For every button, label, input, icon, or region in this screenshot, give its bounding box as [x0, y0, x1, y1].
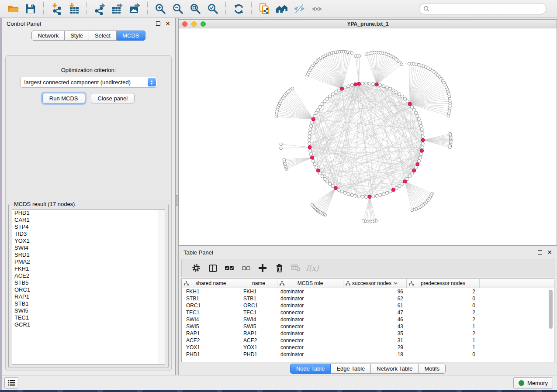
dominator-node[interactable]: [308, 145, 311, 149]
dominator-node[interactable]: [354, 83, 357, 86]
tab-network[interactable]: Network: [31, 31, 65, 41]
dominator-node[interactable]: [311, 117, 315, 121]
export-image-button[interactable]: [127, 1, 142, 16]
table-row[interactable]: RAP1RAP1dominator352: [182, 330, 554, 337]
dominator-node[interactable]: [340, 87, 344, 90]
export-network-button[interactable]: [92, 1, 107, 16]
refresh-layout-button[interactable]: [231, 1, 246, 16]
table-options-button[interactable]: [188, 261, 204, 275]
float-window-icon[interactable]: [156, 21, 160, 26]
zoom-out-button[interactable]: [170, 1, 186, 16]
table-row[interactable]: FKH1FKH1dominator962: [182, 288, 554, 295]
table-scrollbar[interactable]: [548, 288, 554, 361]
column-header-predecessor-nodes[interactable]: predecessor nodes: [407, 279, 480, 288]
unselect-all-button[interactable]: [238, 261, 254, 275]
mcds-result-item[interactable]: TID3: [12, 230, 165, 237]
dominator-node[interactable]: [316, 169, 320, 172]
task-history-button[interactable]: [4, 377, 18, 389]
import-table-button[interactable]: [66, 1, 82, 16]
search-input[interactable]: [430, 5, 542, 13]
import-network-button[interactable]: [48, 1, 64, 16]
mcds-result-item[interactable]: STB5: [12, 279, 165, 286]
save-session-button[interactable]: [23, 1, 38, 16]
mcds-result-item[interactable]: STP4: [12, 224, 165, 230]
tab-network-table[interactable]: Network Table: [371, 364, 419, 374]
duplicate-network-button[interactable]: [256, 1, 272, 16]
tab-node-table[interactable]: Node Table: [290, 364, 331, 374]
tab-mcds[interactable]: MCDS: [117, 31, 145, 41]
zoom-in-button[interactable]: [152, 1, 168, 16]
add-column-button[interactable]: [254, 261, 271, 275]
tab-select[interactable]: Select: [89, 31, 117, 41]
dominator-node[interactable]: [420, 149, 424, 152]
select-all-button[interactable]: [221, 261, 238, 275]
mcds-result-item[interactable]: SRD1: [12, 251, 165, 258]
dominator-node[interactable]: [421, 138, 425, 142]
criterion-dropdown[interactable]: largest connected component (undirected): [20, 77, 157, 88]
mcds-result-item[interactable]: ACE2: [12, 272, 165, 279]
tab-style[interactable]: Style: [65, 31, 89, 41]
export-table-button[interactable]: [109, 1, 125, 16]
dominator-node[interactable]: [412, 169, 416, 172]
column-header-name[interactable]: name: [240, 279, 277, 288]
network-canvas[interactable]: [179, 28, 557, 245]
show-all-button[interactable]: [309, 1, 325, 16]
run-mcds-button[interactable]: Run MCDS: [42, 93, 85, 103]
mcds-result-item[interactable]: ORC1: [12, 286, 165, 293]
function-builder-button[interactable]: f(x): [304, 261, 321, 275]
mcds-result-item[interactable]: SWI5: [12, 307, 165, 314]
dominator-node[interactable]: [368, 195, 371, 199]
mcds-result-item[interactable]: STB1: [12, 300, 165, 307]
dominator-node[interactable]: [408, 102, 412, 106]
mcds-result-item[interactable]: RAP1: [12, 293, 165, 300]
first-neighbors-button[interactable]: [274, 1, 290, 16]
close-panel-icon[interactable]: ✕: [165, 21, 170, 27]
maximize-traffic-light-icon[interactable]: [201, 21, 206, 27]
network-window-titlebar[interactable]: YPA_prune.txt_1: [179, 20, 557, 28]
mcds-result-list[interactable]: PHD1CAR1STP4TID3YOX1SWI4SRD1PMA2FKH1ACE2…: [12, 209, 165, 364]
mcds-result-item[interactable]: PMA2: [12, 258, 165, 265]
destroy-table-button[interactable]: [287, 261, 304, 275]
table-scrollbar-thumb[interactable]: [549, 290, 553, 329]
table-row[interactable]: ORC1ORC1dominator610: [182, 302, 554, 309]
tab-edge-table[interactable]: Edge Table: [331, 364, 371, 374]
table-row[interactable]: SWI5SWI5connector431: [182, 323, 554, 330]
table-row[interactable]: TEC1TEC1connector472: [182, 309, 554, 316]
dominator-node[interactable]: [392, 188, 395, 192]
close-panel-icon[interactable]: ✕: [547, 249, 552, 255]
memory-button[interactable]: Memory: [513, 377, 553, 389]
open-file-button[interactable]: [5, 1, 21, 16]
mcds-result-item[interactable]: TEC1: [12, 314, 165, 321]
zoom-selected-button[interactable]: [205, 1, 221, 16]
delete-column-button[interactable]: [271, 261, 287, 275]
tab-motifs[interactable]: Motifs: [419, 364, 446, 374]
mcds-result-item[interactable]: CAR1: [12, 217, 165, 224]
table-row[interactable]: SWI4SWI4dominator462: [182, 316, 554, 323]
dominator-node[interactable]: [357, 82, 361, 86]
list-scrollbar[interactable]: [159, 210, 165, 364]
close-panel-button[interactable]: Close panel: [91, 93, 135, 103]
mcds-result-item[interactable]: YOX1: [12, 237, 165, 244]
zoom-fit-button[interactable]: [187, 1, 203, 16]
table-row[interactable]: ACE2ACE2connector311: [182, 337, 554, 344]
mcds-result-item[interactable]: SWI4: [12, 244, 165, 251]
dominator-node[interactable]: [334, 186, 337, 190]
dominator-node[interactable]: [375, 83, 378, 86]
float-window-icon[interactable]: [538, 250, 542, 254]
mcds-result-item[interactable]: FKH1: [12, 265, 165, 272]
dominator-node[interactable]: [310, 156, 314, 159]
hide-selected-button[interactable]: [291, 1, 307, 16]
table-row[interactable]: PHD1PHD1dominator180: [182, 351, 554, 358]
dominator-node[interactable]: [416, 162, 419, 166]
column-header-mcds-role[interactable]: MCDS role: [277, 279, 343, 288]
table-row[interactable]: STB1STB1dominator620: [182, 295, 554, 302]
column-chooser-button[interactable]: [204, 261, 221, 275]
column-header-shared-name[interactable]: shared name: [182, 279, 240, 288]
panel-splitter[interactable]: [176, 18, 179, 375]
close-traffic-light-icon[interactable]: [182, 21, 187, 27]
table-row[interactable]: YOX1YOX1connector291: [182, 344, 554, 351]
dominator-node[interactable]: [403, 180, 407, 183]
column-header-successor-nodes[interactable]: successor nodes: [343, 279, 407, 288]
minimize-traffic-light-icon[interactable]: [191, 21, 197, 27]
mcds-result-item[interactable]: GCR1: [12, 321, 165, 328]
